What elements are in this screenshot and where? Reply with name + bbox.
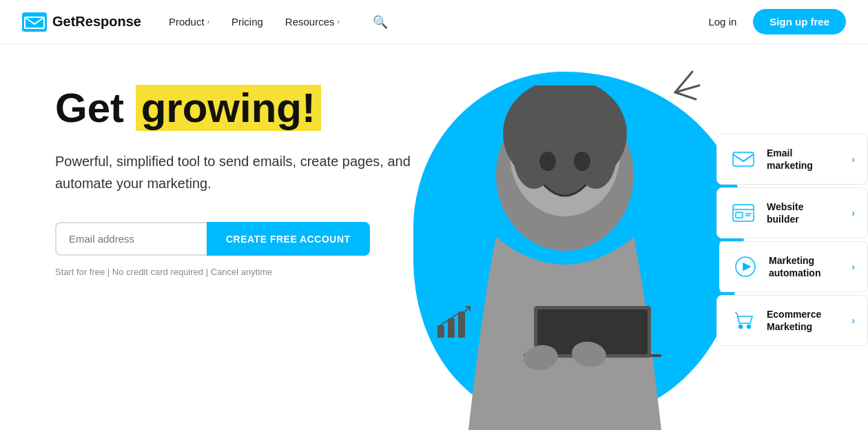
nav-right: Log in Sign up free — [708, 9, 846, 34]
hero-section: Get growing! Powerful, simplified tool t… — [0, 44, 868, 439]
signup-button[interactable]: Sign up free — [753, 9, 846, 34]
nav-product[interactable]: Product › — [169, 16, 209, 28]
svg-point-11 — [574, 152, 590, 171]
hero-subtitle: Powerful, simplified tool to send emails… — [55, 150, 413, 194]
card-website-chevron-icon: › — [851, 207, 855, 218]
card-automation-title: Marketingautomation — [769, 254, 842, 279]
chart-icon — [434, 301, 475, 343]
login-button[interactable]: Log in — [708, 16, 736, 28]
card-email-chevron-icon: › — [851, 154, 855, 165]
card-website-builder[interactable]: Websitebuilder › — [716, 187, 868, 238]
ecommerce-icon — [730, 307, 757, 334]
card-automation-chevron-icon: › — [851, 261, 855, 272]
hero-content: Get growing! Powerful, simplified tool t… — [0, 44, 441, 277]
signup-form: CREATE FREE ACCOUNT — [55, 222, 441, 256]
heading-highlight: growing! — [136, 85, 321, 131]
card-ecommerce-chevron-icon: › — [851, 315, 855, 326]
form-disclaimer: Start for free | No credit card required… — [55, 267, 441, 277]
svg-marker-27 — [743, 263, 750, 270]
card-ecommerce-title: EcommerceMarketing — [767, 308, 842, 333]
heading-part1: Get — [55, 85, 136, 131]
resources-chevron-icon: › — [338, 18, 340, 25]
svg-rect-20 — [733, 152, 754, 166]
search-icon[interactable]: 🔍 — [373, 14, 388, 30]
svg-point-10 — [539, 152, 556, 171]
email-marketing-icon — [730, 145, 757, 173]
radiate-decoration — [648, 65, 703, 123]
logo-text: GetResponse — [52, 14, 141, 30]
email-input[interactable] — [55, 222, 207, 256]
svg-point-29 — [747, 325, 751, 329]
nav-resources[interactable]: Resources › — [285, 16, 340, 28]
nav-pricing[interactable]: Pricing — [231, 16, 263, 28]
card-website-title: Websitebuilder — [767, 201, 842, 225]
feature-cards: Emailmarketing › Websitebuilder › Market… — [716, 134, 868, 346]
svg-rect-19 — [458, 312, 465, 338]
logo[interactable]: GetResponse — [22, 12, 141, 32]
navbar: GetResponse Product › Pricing Resources … — [0, 0, 868, 44]
svg-point-28 — [739, 325, 743, 329]
marketing-automation-icon — [732, 253, 759, 280]
create-account-button[interactable]: CREATE FREE ACCOUNT — [207, 222, 370, 256]
card-ecommerce[interactable]: EcommerceMarketing › — [716, 295, 868, 346]
card-email-text: Emailmarketing — [767, 147, 842, 172]
hero-heading: Get growing! — [55, 85, 441, 131]
card-email-marketing[interactable]: Emailmarketing › — [716, 134, 868, 185]
card-marketing-automation[interactable]: Marketingautomation › — [716, 241, 868, 292]
svg-rect-18 — [448, 318, 455, 338]
product-chevron-icon: › — [207, 18, 209, 25]
website-builder-icon — [730, 199, 757, 227]
svg-rect-23 — [736, 212, 743, 218]
svg-line-4 — [675, 92, 696, 99]
card-automation-text: Marketingautomation — [769, 254, 842, 279]
card-website-text: Websitebuilder — [767, 201, 842, 225]
nav-links: Product › Pricing Resources › 🔍 — [169, 14, 388, 30]
card-email-title: Emailmarketing — [767, 147, 842, 172]
card-ecommerce-text: EcommerceMarketing — [767, 308, 842, 333]
